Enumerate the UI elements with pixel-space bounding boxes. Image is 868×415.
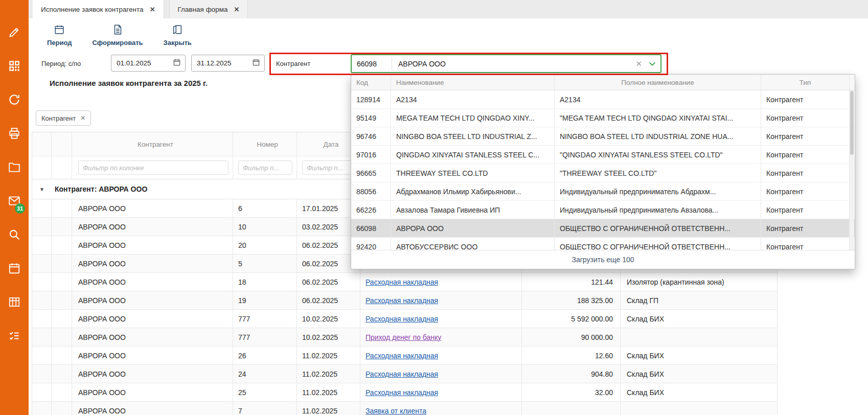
document-cell: Расходная накладная (360, 365, 522, 383)
code-column-header[interactable]: Код (351, 75, 391, 90)
scrollbar-thumb[interactable] (850, 91, 854, 155)
date-cell: 06.02.2025 (297, 291, 360, 309)
type-cell: Контрагент (761, 164, 850, 182)
number-cell: 24 (233, 365, 297, 383)
date-from-value: 01.01.2025 (117, 59, 151, 67)
row-selector-cell (52, 273, 72, 291)
row-expander-cell (32, 310, 52, 328)
tab-main-form[interactable]: Главная форма ✕ (169, 0, 248, 18)
folder-icon[interactable] (8, 160, 21, 174)
number-cell: 7 (233, 402, 297, 415)
code-cell: 66098 (351, 219, 391, 237)
calendar-icon[interactable] (252, 58, 260, 68)
table-row[interactable]: АВРОРА ООО 7 11.02.2025 Заявка от клиент… (32, 402, 778, 415)
document-link[interactable]: Расходная накладная (366, 296, 438, 305)
number-cell: 6 (233, 199, 297, 217)
number-cell: 19 (233, 291, 297, 309)
clear-icon[interactable]: ✕ (629, 59, 648, 68)
counterparty-cell: АВРОРА ООО (72, 236, 233, 254)
pencil-icon[interactable] (8, 26, 21, 39)
dropdown-row[interactable]: 97016 QINGDAO XINYATAI STANLESS STEEL C.… (351, 146, 855, 164)
date-filter-input[interactable] (302, 160, 356, 175)
sync-icon[interactable] (8, 93, 21, 106)
dropdown-row[interactable]: 128914 A2134 A2134 Контрагент (351, 90, 855, 109)
period-button[interactable]: Период (42, 22, 77, 49)
type-column-header[interactable]: Тип (761, 75, 850, 90)
qr-code-icon[interactable] (8, 59, 21, 73)
collapse-triangle-icon[interactable]: ▼ (32, 187, 52, 192)
row-selector-cell (52, 199, 72, 217)
dropdown-row[interactable]: 96746 NINGBO BOA STEEL LTD INDUSTRIAL Z.… (351, 127, 855, 146)
counterparty-dropdown: Код Наименование Полное наименование Тип… (351, 74, 855, 269)
amount-cell (522, 402, 621, 415)
generate-button-label: Сформировать (93, 39, 143, 47)
type-cell: Контрагент (761, 146, 850, 164)
date-from-field[interactable]: 01.01.2025 (111, 55, 186, 72)
name-column-header[interactable]: Наименование (391, 75, 555, 90)
name-cell: Абдрахманов Ильмир Хабирьянови... (391, 182, 555, 200)
counterparty-cell: АВРОРА ООО (72, 255, 233, 272)
date-cell: 06.02.2025 (297, 273, 360, 291)
counterparty-column-header[interactable]: Контрагент (72, 132, 233, 156)
table-row[interactable]: АВРОРА ООО 26 11.02.2025 Расходная накла… (32, 347, 778, 365)
dropdown-row[interactable]: 66098 АВРОРА ООО ОБЩЕСТВО С ОГРАНИЧЕННОЙ… (351, 219, 855, 238)
mail-icon[interactable]: 31 (8, 194, 21, 208)
dropdown-scrollbar[interactable] (850, 90, 854, 250)
chip-label: Контрагент (41, 114, 76, 122)
chevron-down-icon[interactable] (648, 60, 656, 68)
document-link[interactable]: Расходная накладная (366, 388, 438, 397)
counterparty-cell: АВРОРА ООО (72, 218, 233, 236)
dropdown-row[interactable]: 95149 MEGA TEAM TECH LTD QINGDAO XINY...… (351, 109, 855, 127)
document-link[interactable]: Заявка от клиента (366, 407, 426, 415)
tab-label: Исполнение заявок контрагента (41, 6, 144, 13)
counterparty-filter-chip[interactable]: Контрагент ✕ (36, 110, 91, 126)
close-form-button[interactable]: Закрыть (158, 22, 197, 49)
row-expander-cell (32, 347, 52, 364)
mail-badge: 31 (15, 203, 25, 214)
tasks-icon[interactable] (8, 329, 21, 342)
spreadsheet-icon[interactable] (8, 295, 21, 309)
table-row[interactable]: АВРОРА ООО 777 10.02.2025 Приход денег п… (32, 328, 778, 347)
table-row[interactable]: АВРОРА ООО 777 10.02.2025 Расходная накл… (32, 310, 778, 328)
document-link[interactable]: Расходная накладная (366, 315, 438, 323)
counterparty-cell: АВРОРА ООО (72, 199, 233, 217)
tab-execution-report[interactable]: Исполнение заявок контрагента ✕ (33, 0, 164, 18)
generate-button[interactable]: Сформировать (87, 22, 148, 49)
number-filter-input[interactable] (238, 160, 292, 175)
warehouse-cell (621, 402, 778, 415)
number-column-header[interactable]: Номер (233, 132, 297, 156)
document-link[interactable]: Расходная накладная (366, 352, 438, 360)
full-name-cell: ОБЩЕСТВО С ОГРАНИЧЕННОЙ ОТВЕТСТВЕНН... (555, 219, 761, 237)
code-cell: 88056 (351, 182, 391, 200)
counterparty-filter-input[interactable] (78, 160, 229, 175)
date-to-field[interactable]: 31.12.2025 (191, 55, 265, 72)
counterparty-cell: АВРОРА ООО (72, 347, 233, 364)
document-link[interactable]: Приход денег по банку (366, 333, 441, 341)
close-icon[interactable]: ✕ (234, 6, 240, 13)
document-cell: Расходная накладная (360, 347, 522, 364)
table-row[interactable]: АВРОРА ООО 24 11.02.2025 Расходная накла… (32, 365, 778, 383)
warehouse-cell: Склад БИХ (621, 347, 778, 364)
search-icon[interactable] (8, 228, 21, 241)
dropdown-row[interactable]: 66226 Авзалова Тамара Гивиевна ИП Индиви… (351, 201, 855, 219)
document-link[interactable]: Расходная накладная (366, 370, 438, 378)
date-cell: 11.02.2025 (297, 347, 360, 364)
calendar-icon[interactable] (8, 262, 21, 275)
number-cell: 777 (233, 328, 297, 346)
table-row[interactable]: АВРОРА ООО 18 06.02.2025 Расходная накла… (32, 273, 778, 291)
load-more-button[interactable]: Загрузить еще 100 (351, 250, 855, 269)
type-cell: Контрагент (761, 219, 850, 237)
dropdown-row[interactable]: 96665 THREEWAY STEEL CO.LTD "THREEWAY ST… (351, 164, 855, 182)
table-row[interactable]: АВРОРА ООО 19 06.02.2025 Расходная накла… (32, 291, 778, 310)
row-selector-cell (52, 383, 72, 401)
date-cell: 11.02.2025 (297, 402, 360, 415)
full-name-column-header[interactable]: Полное наименование (555, 75, 761, 90)
print-icon[interactable] (8, 127, 21, 140)
close-icon[interactable]: ✕ (80, 114, 85, 122)
close-icon[interactable]: ✕ (150, 6, 155, 13)
document-link[interactable]: Расходная накладная (366, 278, 438, 286)
dropdown-row[interactable]: 88056 Абдрахманов Ильмир Хабирьянови... … (351, 182, 855, 201)
calendar-icon[interactable] (173, 58, 181, 68)
table-row[interactable]: АВРОРА ООО 25 11.02.2025 Расходная накла… (32, 383, 778, 402)
counterparty-combobox[interactable]: 66098 АВРОРА ООО ✕ (351, 54, 661, 73)
